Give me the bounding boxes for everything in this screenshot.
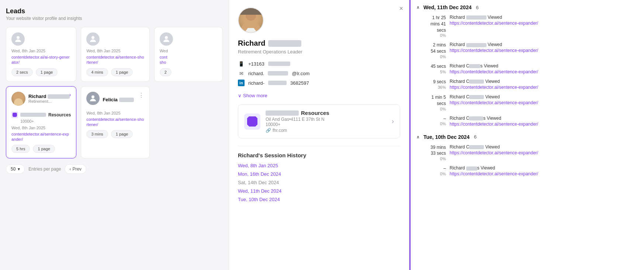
activity-section-0: ∧ Wed, 11th Dec 2024 6 1 hr 25mins 41sec… — [416, 4, 638, 127]
person-icon-3 — [162, 35, 171, 43]
card-top-row-4: Richard Retirement... › — [11, 92, 71, 109]
card-link-1[interactable]: contentdetector.ai/ai-story-generator/ — [11, 55, 71, 65]
activity-count-1: 6 — [474, 134, 477, 140]
activity-time-0-3: 9 secs 36% — [416, 79, 446, 90]
activity-link-1-0[interactable]: https://contentdetector.ai/sentence-expa… — [450, 150, 638, 155]
person-blur-0-0 — [466, 15, 487, 20]
company-card[interactable]: Resources Oil And Gas•4111 E 37th St N 1… — [238, 104, 400, 138]
entries-value: 50 — [11, 166, 15, 172]
activity-time-0-4: 1 min 5secs 0% — [416, 94, 446, 111]
activity-content-0-0: Richard Viewed https://contentdetector.a… — [450, 15, 638, 26]
lead-card-2[interactable]: Wed, 8th Jan 2025 contentdetector.ai/sen… — [81, 27, 149, 82]
activity-link-0-4[interactable]: https://contentdetector.ai/sentence-expa… — [450, 100, 638, 105]
activity-link-1-1[interactable]: https://contentdetector.ai/sentence-expa… — [450, 171, 638, 176]
prev-button[interactable]: ‹ Prev — [65, 164, 86, 174]
card-link-4[interactable]: contentdetector.ai/sentence-expander/ — [11, 132, 71, 142]
card-date-1: Wed, 8th Jan 2025 — [11, 49, 71, 53]
phone-icon: 📱 — [238, 60, 245, 67]
avatar-felicia — [86, 92, 100, 105]
chevron-down-icon-show: ∨ — [238, 93, 242, 98]
activity-row-0-3: 9 secs 36% Richard C Viewed https://cont… — [416, 79, 638, 90]
card-stats-3: 2 — [160, 68, 217, 76]
pages-badge-2: 1 page — [111, 68, 133, 76]
activity-content-1-1: Richard s Viewed https://contentdetector… — [450, 165, 638, 176]
company-logo-icon-4 — [13, 113, 17, 117]
person-blur-0-4 — [469, 95, 484, 99]
pages-badge-4: 1 page — [33, 145, 55, 153]
time-badge-4: 5 hrs — [11, 145, 30, 153]
activity-date-0: Wed, 11th Dec 2024 — [423, 4, 471, 10]
show-more-button[interactable]: ∨ Show more — [238, 93, 267, 98]
activity-row-0-2: 45 secs 5% Richard Cs Viewed https://con… — [416, 63, 638, 74]
activity-link-0-2[interactable]: https://contentdetector.ai/sentence-expa… — [450, 69, 638, 74]
session-link-1[interactable]: Mon, 16th Dec 2024 — [238, 171, 400, 177]
profile-panel: × Richard Retirement Operations Leader 📱… — [229, 0, 409, 270]
card-link-3[interactable]: contsho — [160, 55, 217, 65]
activity-content-1-0: Richard C Viewed https://contentdetector… — [450, 144, 638, 155]
company-card-size: 10000+ — [266, 122, 387, 127]
activity-header-1: ∧ Tue, 10th Dec 2024 6 — [416, 134, 638, 140]
activity-time-0-5: – 0% — [416, 116, 446, 126]
card-company-richard: Resources — [11, 112, 71, 118]
card-link-5[interactable]: contentdetector.ai/sentence-shortener/ — [86, 117, 144, 127]
cards-grid: Wed, 8th Jan 2025 contentdetector.ai/ai-… — [6, 27, 223, 158]
svg-point-1 — [91, 36, 94, 39]
person-blur-1-1 — [466, 166, 477, 171]
email-icon: ✉ — [238, 70, 245, 77]
activity-time-1-1: – 0% — [416, 165, 446, 176]
session-link-3[interactable]: Wed, 11th Dec 2024 — [238, 188, 400, 194]
activity-link-0-5[interactable]: https://contentdetector.ai/sentence-expa… — [450, 122, 638, 127]
collapse-icon-0[interactable]: ∧ — [416, 5, 420, 10]
company-logo — [244, 113, 260, 130]
card-stats-4: 5 hrs 1 page — [11, 145, 71, 153]
activity-time-0-1: 2 mins54 secs 0% — [416, 42, 446, 59]
card-link-2[interactable]: contentdetector.ai/sentence-shortener/ — [86, 55, 144, 65]
profile-header — [238, 7, 400, 33]
activity-content-0-3: Richard C Viewed https://contentdetector… — [450, 79, 638, 90]
session-link-4[interactable]: Tue, 10th Dec 2024 — [238, 197, 400, 202]
right-panel: ∧ Wed, 11th Dec 2024 6 1 hr 25mins 41sec… — [409, 0, 644, 270]
profile-avatar — [238, 7, 264, 33]
page-subtitle: Your website visitor profile and insight… — [6, 16, 223, 21]
contact-list: 📱 +13163 ✉ richard. @lr.com in richard- … — [238, 59, 400, 88]
linkedin-icon: in — [238, 80, 245, 86]
entries-label: Entries per page — [28, 166, 61, 172]
company-bold-4: Resources — [48, 112, 71, 118]
lead-card-4[interactable]: Richard Retirement... › Resources 10000+… — [6, 86, 76, 159]
activity-time-1-0: 39 mins33 secs 0% — [416, 144, 446, 161]
time-badge-2: 4 mins — [86, 68, 108, 76]
close-button[interactable]: × — [399, 5, 403, 12]
card-date-3: Wed — [160, 49, 217, 53]
avatar-1 — [11, 32, 25, 46]
card-info-4: Richard Retirement... — [28, 94, 71, 106]
activity-content-0-5: Richard Cs Viewed https://contentdetecto… — [450, 116, 638, 127]
contact-phone: 📱 +13163 — [238, 59, 400, 69]
left-panel: Leads Your website visitor profile and i… — [0, 0, 229, 270]
pages-badge-5: 1 page — [111, 130, 133, 138]
card-stats-1: 2 secs 1 page — [11, 68, 71, 76]
session-link-2[interactable]: Sat, 14th Dec 2024 — [238, 180, 400, 185]
activity-header-0: ∧ Wed, 11th Dec 2024 6 — [416, 4, 638, 10]
phone-blur — [268, 62, 290, 66]
activity-content-0-1: Richard Viewed https://contentdetector.a… — [450, 42, 638, 53]
time-badge-1: 2 secs — [11, 68, 33, 76]
activity-link-0-3[interactable]: https://contentdetector.ai/sentence-expa… — [450, 85, 638, 90]
lead-card-5[interactable]: Felicia ⋮ Wed, 8th Jan 2025 contentdetec… — [81, 86, 149, 159]
profile-name: Richard — [238, 39, 400, 48]
activity-time-0-2: 45 secs 5% — [416, 63, 446, 74]
activity-link-0-0[interactable]: https://contentdetector.ai/sentence-expa… — [450, 21, 638, 26]
person-icon-2 — [89, 35, 97, 43]
activity-link-0-1[interactable]: https://contentdetector.ai/sentence-expa… — [450, 48, 638, 53]
profile-name-blur — [268, 40, 301, 47]
card-name-richard: Richard — [28, 94, 71, 99]
collapse-icon-1[interactable]: ∧ — [416, 134, 420, 140]
card-chevron-4: › — [69, 92, 71, 98]
lead-card-1[interactable]: Wed, 8th Jan 2025 contentdetector.ai/ai-… — [6, 27, 76, 82]
card-stats-5: 3 mins 1 page — [86, 130, 144, 138]
card-menu-5[interactable]: ⋮ — [138, 92, 144, 99]
lead-card-3[interactable]: Wed contsho 2 — [154, 27, 223, 82]
entries-select[interactable]: 50 ▾ — [6, 164, 25, 174]
session-link-0[interactable]: Wed, 8th Jan 2025 — [238, 163, 400, 168]
avatar-richard — [11, 92, 25, 106]
company-website-link[interactable]: 🔗 fhr.com — [266, 128, 387, 133]
